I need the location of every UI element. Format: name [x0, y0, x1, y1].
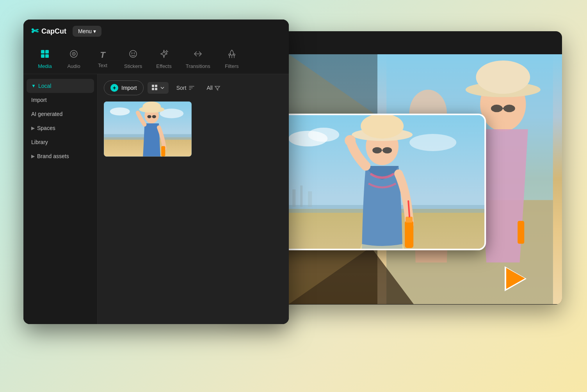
media-icon	[40, 49, 50, 61]
media-label: Media	[38, 63, 52, 69]
svg-point-56	[147, 115, 151, 118]
svg-point-40	[132, 53, 133, 54]
svg-rect-45	[155, 85, 157, 87]
toolbar-item-stickers[interactable]: Stickers	[118, 46, 148, 74]
svg-point-4	[476, 61, 530, 94]
svg-rect-44	[152, 85, 154, 87]
view-toggle-button[interactable]	[148, 82, 169, 94]
play-cursor	[503, 265, 531, 292]
media-grid	[104, 102, 283, 157]
sidebar-item-ai-generated[interactable]: AI generated	[23, 107, 97, 121]
import-label: Import	[121, 85, 137, 91]
sidebar-item-import[interactable]: Import	[23, 93, 97, 107]
stickers-label: Stickers	[124, 63, 142, 69]
filters-label: Filters	[225, 63, 238, 69]
svg-rect-46	[152, 88, 154, 90]
sidebar-item-brand-assets[interactable]: ▶ Brand assets	[23, 149, 97, 163]
local-label: Local	[38, 83, 51, 89]
svg-point-39	[130, 50, 137, 57]
stickers-icon	[128, 49, 138, 61]
app-name: CapCut	[41, 27, 66, 36]
audio-label: Audio	[67, 63, 80, 69]
toolbar-item-effects[interactable]: Effects	[150, 46, 178, 74]
svg-rect-34	[41, 54, 44, 58]
svg-point-43	[233, 54, 235, 55]
sort-icon	[189, 85, 195, 91]
svg-point-55	[142, 102, 161, 112]
toolbar-item-media[interactable]: Media	[31, 46, 59, 74]
all-filter-button[interactable]: All	[203, 82, 224, 93]
local-arrow: ▼	[31, 83, 36, 89]
toolbar-item-audio[interactable]: Audio	[60, 46, 87, 74]
all-label: All	[206, 85, 213, 91]
app-window: ✄ CapCut Menu ▾ Media	[23, 20, 289, 324]
import-button[interactable]: + Import	[104, 80, 144, 95]
svg-rect-19	[292, 189, 295, 207]
effects-icon	[159, 49, 169, 61]
toolbar-item-filters[interactable]: Filters	[218, 46, 245, 74]
toolbar: Media Audio T Text	[23, 43, 289, 74]
svg-point-15	[308, 128, 339, 142]
brand-assets-label: Brand assets	[37, 153, 69, 159]
transitions-label: Transitions	[186, 63, 210, 69]
text-label: Text	[98, 62, 107, 68]
title-bar: ✄ CapCut Menu ▾	[23, 20, 289, 43]
menu-button[interactable]: Menu ▾	[73, 26, 101, 37]
svg-point-38	[73, 53, 75, 55]
sort-label: Sort	[176, 85, 187, 91]
svg-point-28	[345, 135, 356, 146]
filters-icon	[227, 49, 237, 61]
audio-icon	[69, 49, 78, 61]
text-icon: T	[100, 50, 105, 60]
highlight-image-card	[267, 114, 486, 250]
svg-point-26	[382, 147, 392, 153]
svg-rect-33	[45, 50, 49, 53]
svg-point-57	[152, 115, 156, 118]
svg-point-51	[110, 107, 130, 115]
media-thumb-1[interactable]	[104, 102, 192, 157]
import-bar: + Import Sort	[104, 80, 283, 95]
sidebar-item-spaces[interactable]: ▶ Spaces	[23, 121, 97, 135]
filter-icon	[214, 85, 221, 91]
import-label: Import	[31, 97, 47, 103]
toolbar-item-text[interactable]: T Text	[89, 47, 116, 73]
svg-point-5	[491, 105, 503, 112]
svg-rect-32	[41, 50, 44, 53]
svg-point-6	[503, 105, 515, 112]
media-panel: + Import Sort	[98, 74, 289, 324]
sort-button[interactable]: Sort	[173, 82, 199, 93]
dropdown-arrow-icon	[160, 86, 165, 90]
import-plus-icon: +	[110, 84, 118, 92]
svg-rect-20	[300, 185, 302, 207]
sidebar-item-local[interactable]: ▼ Local	[27, 79, 94, 93]
svg-point-16	[409, 134, 456, 151]
app-logo: ✄ CapCut	[31, 26, 66, 36]
transitions-icon	[193, 49, 203, 61]
spaces-arrow: ▶	[31, 125, 35, 131]
sidebar: ▼ Local Import AI generated ▶ Spaces Lib…	[23, 74, 98, 324]
effects-label: Effects	[156, 63, 172, 69]
svg-rect-47	[155, 88, 157, 90]
svg-rect-21	[308, 191, 312, 207]
sidebar-item-library[interactable]: Library	[23, 135, 97, 149]
svg-rect-35	[45, 54, 49, 58]
svg-point-41	[134, 53, 135, 54]
svg-rect-29	[405, 221, 413, 248]
grid-view-icon	[151, 84, 158, 91]
brand-assets-arrow: ▶	[31, 153, 35, 159]
spaces-label: Spaces	[37, 125, 55, 131]
content-area: ▼ Local Import AI generated ▶ Spaces Lib…	[23, 74, 289, 324]
ai-generated-label: AI generated	[31, 111, 62, 117]
highlight-beach-image	[269, 115, 484, 249]
svg-rect-58	[161, 146, 165, 156]
logo-icon: ✄	[31, 26, 38, 36]
svg-rect-10	[518, 221, 524, 244]
svg-rect-30	[406, 217, 413, 223]
svg-point-25	[372, 147, 382, 153]
toolbar-item-transitions[interactable]: Transitions	[180, 46, 217, 74]
svg-point-42	[229, 54, 230, 55]
library-label: Library	[31, 139, 48, 145]
